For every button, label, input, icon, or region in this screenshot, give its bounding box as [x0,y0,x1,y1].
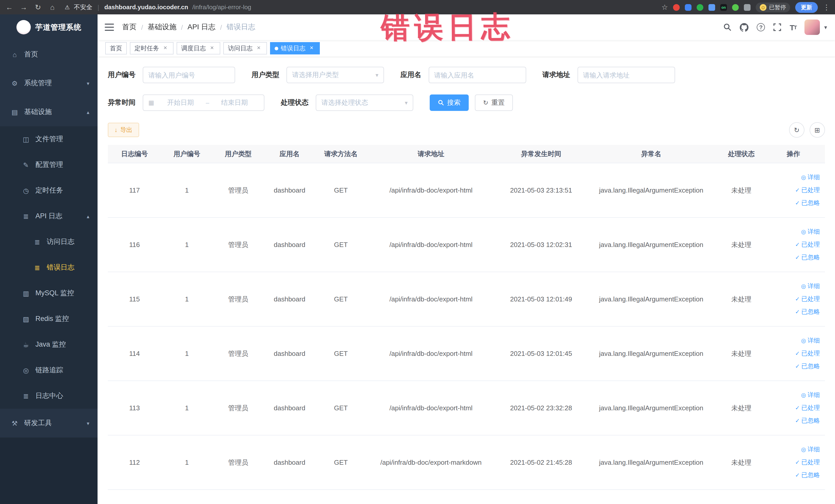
mark-processed-link[interactable]: ✓已处理 [795,184,820,197]
detail-link[interactable]: ◎详细 [801,225,820,238]
extension-icon[interactable] [709,4,715,11]
font-size-button[interactable]: TT [790,23,796,32]
detail-link[interactable]: ◎详细 [801,389,820,402]
breadcrumb-item-infrastructure[interactable]: 基础设施 [148,23,176,32]
help-button[interactable]: ? [757,23,765,31]
detail-link[interactable]: ◎详细 [801,334,820,347]
reset-button-label: 重置 [491,98,505,107]
sidebar-item-system-management[interactable]: ⚙ 系统管理 ▾ [0,69,98,98]
tab-label: 首页 [110,44,122,53]
detail-link[interactable]: ◎详细 [801,171,820,184]
sidebar-item-label: 首页 [24,50,38,59]
extension-icon[interactable]: on [720,4,727,11]
sidebar-item-java-monitor[interactable]: ☕ Java 监控 [0,332,98,357]
ignored-link-label: 已忽略 [801,415,820,427]
github-link[interactable] [740,23,749,32]
detail-link[interactable]: ◎详细 [801,280,820,293]
user-type-select[interactable]: 请选择用户类型 ▾ [286,67,384,83]
mark-ignored-link[interactable]: ✓已忽略 [795,360,820,373]
sidebar-item-dev-tools[interactable]: ⚒ 研发工具 ▾ [0,409,98,438]
close-icon[interactable]: × [255,45,262,52]
sidebar-item-tracing[interactable]: ◎ 链路追踪 [0,357,98,383]
breadcrumb-item-home[interactable]: 首页 [122,23,137,32]
user-id-input[interactable] [148,71,229,79]
range-separator: – [206,99,209,106]
browser-reload-button[interactable]: ↻ [34,3,42,11]
reset-button[interactable]: ↻ 重置 [475,95,513,111]
mark-ignored-link[interactable]: ✓已忽略 [795,415,820,427]
sidebar-item-infrastructure[interactable]: ▤ 基础设施 ▴ [0,98,98,126]
close-icon[interactable]: × [208,45,216,52]
sidebar-item-scheduled-jobs[interactable]: ◷ 定时任务 [0,178,98,203]
tab-error-log[interactable]: 错误日志 × [270,42,320,55]
browser-forward-button[interactable]: → [20,3,28,11]
cell-app-name: dashboard [264,241,315,248]
extension-icon[interactable] [744,4,751,11]
sidebar-item-error-log[interactable]: ≣ 错误日志 [0,255,98,280]
mark-ignored-link[interactable]: ✓已忽略 [795,305,820,318]
sidebar-item-log-center[interactable]: ≣ 日志中心 [0,383,98,409]
table-row: 112 1 管理员 dashboard GET /api/infra/db-do… [108,436,825,490]
app-shell: 芋道管理系统 ⌂ 首页 ⚙ 系统管理 ▾ ▤ 基础设施 ▴ ◫ [0,14,835,504]
sidebar-item-mysql-monitor[interactable]: ▥ MySQL 监控 [0,280,98,306]
tab-home[interactable]: 首页 [105,42,127,55]
user-avatar[interactable] [805,20,820,35]
address-bar[interactable]: ⚠ 不安全 | dashboard.yudao.iocoder.cn/infra… [65,3,655,12]
mark-processed-link[interactable]: ✓已处理 [795,293,820,305]
breadcrumb-item-api-log[interactable]: API 日志 [188,23,216,32]
mark-ignored-link[interactable]: ✓已忽略 [795,197,820,209]
refresh-table-button[interactable]: ↻ [789,122,805,138]
exception-time-range[interactable]: ▦ 开始日期 – 结束日期 [143,95,264,111]
browser-update-button[interactable]: 更新 [795,2,818,13]
export-button[interactable]: ↓ 导出 [108,123,139,137]
sidebar-item-file-management[interactable]: ◫ 文件管理 [0,126,98,152]
filter-user-id: 用户编号 [108,67,235,83]
sidebar-toggle-button[interactable] [105,24,114,31]
eye-icon: ◎ [22,366,30,374]
browser-home-button[interactable]: ⌂ [48,3,57,11]
extension-icon[interactable] [732,4,739,11]
app-title: 芋道管理系统 [35,22,81,32]
request-url-input[interactable] [583,71,669,79]
mark-processed-link[interactable]: ✓已处理 [795,456,820,469]
mark-processed-link[interactable]: ✓已处理 [795,402,820,415]
sidebar-item-config-management[interactable]: ✎ 配置管理 [0,152,98,178]
sidebar-item-api-log[interactable]: ≣ API 日志 ▴ [0,203,98,229]
tab-schedule-log[interactable]: 调度日志 × [177,42,220,55]
page-content: 用户编号 用户类型 请选择用户类型 ▾ 应用名 [98,57,835,504]
extension-icon[interactable] [685,4,692,11]
bookmark-star-icon[interactable]: ☆ [661,3,668,11]
search-button[interactable]: 搜索 [430,95,469,111]
processed-link-label: 已处理 [801,238,820,251]
sidebar-item-label: MySQL 监控 [36,288,74,298]
tab-scheduled-jobs[interactable]: 定时任务 × [130,42,174,55]
close-icon[interactable]: × [162,45,169,52]
sidebar-item-dashboard[interactable]: ⌂ 首页 [0,40,98,69]
header-search-button[interactable] [724,23,732,31]
detail-link[interactable]: ◎详细 [801,443,820,456]
app-name-input[interactable] [434,71,520,79]
sidebar-item-redis-monitor[interactable]: ▨ Redis 监控 [0,306,98,332]
mark-ignored-link[interactable]: ✓已忽略 [795,251,820,264]
table-body: 117 1 管理员 dashboard GET /api/infra/db-do… [108,163,825,490]
column-settings-button[interactable]: ⊞ [810,122,825,138]
search-icon [724,23,732,31]
cell-log-id: 113 [108,404,161,412]
process-status-select[interactable]: 请选择处理状态 ▾ [316,95,413,111]
mark-processed-link[interactable]: ✓已处理 [795,238,820,251]
close-icon[interactable]: × [308,45,315,52]
sidebar-item-access-log[interactable]: ≣ 访问日志 [0,229,98,255]
chevron-down-icon: ▾ [87,420,89,426]
mark-ignored-link[interactable]: ✓已忽略 [795,469,820,482]
mark-processed-link[interactable]: ✓已处理 [795,347,820,360]
browser-menu-kebab-icon[interactable]: ⋮ [823,3,830,11]
extension-icon[interactable] [697,4,703,11]
tab-access-log[interactable]: 访问日志 × [223,42,267,55]
user-menu-caret-icon[interactable]: ▾ [824,24,827,31]
extension-icon[interactable] [673,4,680,11]
cell-log-id: 112 [108,459,161,466]
paused-extension-badge[interactable]: ☺ 已暂停 [756,2,790,12]
detail-link-label: 详细 [808,389,820,402]
fullscreen-button[interactable] [773,23,781,31]
browser-back-button[interactable]: ← [5,3,13,11]
